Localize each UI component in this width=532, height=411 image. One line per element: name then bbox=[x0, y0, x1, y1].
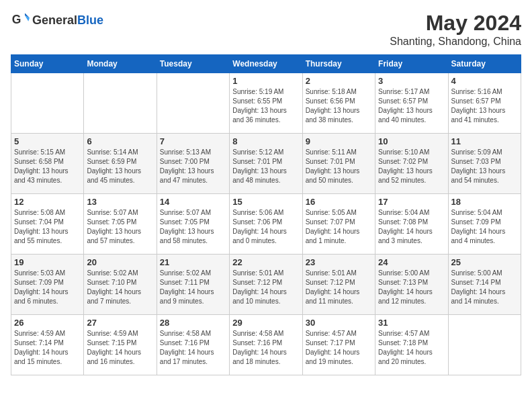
calendar-cell: 16Sunrise: 5:05 AM Sunset: 7:07 PM Dayli… bbox=[302, 194, 375, 255]
day-number: 4 bbox=[451, 76, 518, 86]
day-detail: Sunrise: 5:05 AM Sunset: 7:07 PM Dayligh… bbox=[306, 208, 372, 246]
day-number: 8 bbox=[232, 136, 299, 146]
calendar-week-row: 26Sunrise: 4:59 AM Sunset: 7:14 PM Dayli… bbox=[11, 315, 521, 375]
calendar-week-row: 5Sunrise: 5:15 AM Sunset: 6:58 PM Daylig… bbox=[11, 134, 521, 194]
day-detail: Sunrise: 5:16 AM Sunset: 6:57 PM Dayligh… bbox=[451, 87, 518, 125]
calendar-week-row: 12Sunrise: 5:08 AM Sunset: 7:04 PM Dayli… bbox=[11, 194, 521, 255]
day-detail: Sunrise: 5:18 AM Sunset: 6:56 PM Dayligh… bbox=[306, 87, 372, 125]
calendar-cell: 13Sunrise: 5:07 AM Sunset: 7:05 PM Dayli… bbox=[84, 194, 157, 255]
day-number: 22 bbox=[232, 257, 299, 267]
day-detail: Sunrise: 5:08 AM Sunset: 7:04 PM Dayligh… bbox=[14, 208, 81, 246]
day-detail: Sunrise: 5:07 AM Sunset: 7:05 PM Dayligh… bbox=[87, 208, 153, 246]
calendar-cell: 30Sunrise: 4:57 AM Sunset: 7:17 PM Dayli… bbox=[302, 315, 375, 375]
day-number: 19 bbox=[14, 257, 81, 267]
day-detail: Sunrise: 5:00 AM Sunset: 7:13 PM Dayligh… bbox=[378, 269, 445, 306]
calendar-cell: 14Sunrise: 5:07 AM Sunset: 7:05 PM Dayli… bbox=[157, 194, 229, 255]
day-number: 6 bbox=[87, 136, 153, 146]
day-detail: Sunrise: 5:17 AM Sunset: 6:57 PM Dayligh… bbox=[378, 87, 445, 125]
day-detail: Sunrise: 5:19 AM Sunset: 6:55 PM Dayligh… bbox=[232, 87, 299, 125]
day-of-week-header: Sunday bbox=[11, 55, 84, 73]
day-number: 16 bbox=[306, 197, 372, 207]
day-detail: Sunrise: 4:58 AM Sunset: 7:16 PM Dayligh… bbox=[160, 329, 226, 367]
day-of-week-header: Saturday bbox=[448, 55, 521, 73]
day-detail: Sunrise: 5:00 AM Sunset: 7:14 PM Dayligh… bbox=[451, 269, 518, 306]
day-number: 20 bbox=[87, 257, 153, 267]
calendar-cell: 20Sunrise: 5:02 AM Sunset: 7:10 PM Dayli… bbox=[84, 255, 157, 315]
day-detail: Sunrise: 5:07 AM Sunset: 7:05 PM Dayligh… bbox=[160, 208, 226, 246]
calendar-cell: 11Sunrise: 5:09 AM Sunset: 7:03 PM Dayli… bbox=[448, 134, 521, 194]
day-number: 26 bbox=[14, 318, 81, 328]
calendar-cell: 9Sunrise: 5:11 AM Sunset: 7:01 PM Daylig… bbox=[302, 134, 375, 194]
day-number: 13 bbox=[87, 197, 153, 207]
day-number: 3 bbox=[378, 76, 445, 86]
logo-icon: G bbox=[11, 11, 30, 30]
calendar-cell: 23Sunrise: 5:01 AM Sunset: 7:12 PM Dayli… bbox=[302, 255, 375, 315]
day-detail: Sunrise: 5:09 AM Sunset: 7:03 PM Dayligh… bbox=[451, 148, 518, 185]
logo: G GeneralBlue bbox=[11, 11, 103, 30]
day-detail: Sunrise: 5:01 AM Sunset: 7:12 PM Dayligh… bbox=[306, 269, 372, 306]
day-of-week-header: Tuesday bbox=[157, 55, 229, 73]
day-number: 31 bbox=[378, 318, 445, 328]
calendar-cell: 31Sunrise: 4:57 AM Sunset: 7:18 PM Dayli… bbox=[375, 315, 448, 375]
day-detail: Sunrise: 5:11 AM Sunset: 7:01 PM Dayligh… bbox=[306, 148, 372, 185]
month-title: May 2024 bbox=[390, 11, 521, 36]
day-number: 11 bbox=[451, 136, 518, 146]
day-detail: Sunrise: 4:59 AM Sunset: 7:15 PM Dayligh… bbox=[87, 329, 153, 367]
day-of-week-header: Wednesday bbox=[230, 55, 302, 73]
calendar-week-row: 19Sunrise: 5:03 AM Sunset: 7:09 PM Dayli… bbox=[11, 255, 521, 315]
calendar-cell: 25Sunrise: 5:00 AM Sunset: 7:14 PM Dayli… bbox=[448, 255, 521, 315]
day-detail: Sunrise: 5:03 AM Sunset: 7:09 PM Dayligh… bbox=[14, 269, 81, 306]
day-detail: Sunrise: 5:04 AM Sunset: 7:08 PM Dayligh… bbox=[378, 208, 445, 246]
calendar-cell: 19Sunrise: 5:03 AM Sunset: 7:09 PM Dayli… bbox=[11, 255, 84, 315]
day-number: 14 bbox=[160, 197, 226, 207]
page-header: G GeneralBlue May 2024 Shanting, Shandon… bbox=[11, 11, 521, 48]
calendar-cell bbox=[448, 315, 521, 375]
day-detail: Sunrise: 5:02 AM Sunset: 7:11 PM Dayligh… bbox=[160, 269, 226, 306]
day-detail: Sunrise: 5:12 AM Sunset: 7:01 PM Dayligh… bbox=[232, 148, 299, 185]
day-detail: Sunrise: 4:58 AM Sunset: 7:16 PM Dayligh… bbox=[232, 329, 299, 367]
calendar-week-row: 1Sunrise: 5:19 AM Sunset: 6:55 PM Daylig… bbox=[11, 73, 521, 134]
calendar-cell: 4Sunrise: 5:16 AM Sunset: 6:57 PM Daylig… bbox=[448, 73, 521, 134]
calendar-header: SundayMondayTuesdayWednesdayThursdayFrid… bbox=[11, 55, 521, 73]
day-detail: Sunrise: 5:01 AM Sunset: 7:12 PM Dayligh… bbox=[232, 269, 299, 306]
calendar-cell: 3Sunrise: 5:17 AM Sunset: 6:57 PM Daylig… bbox=[375, 73, 448, 134]
day-number: 27 bbox=[87, 318, 153, 328]
calendar-cell bbox=[84, 73, 157, 134]
calendar-cell: 2Sunrise: 5:18 AM Sunset: 6:56 PM Daylig… bbox=[302, 73, 375, 134]
calendar-cell: 29Sunrise: 4:58 AM Sunset: 7:16 PM Dayli… bbox=[230, 315, 302, 375]
day-of-week-header: Friday bbox=[375, 55, 448, 73]
title-block: May 2024 Shanting, Shandong, China bbox=[390, 11, 521, 48]
calendar-cell bbox=[157, 73, 229, 134]
day-number: 24 bbox=[378, 257, 445, 267]
day-detail: Sunrise: 4:57 AM Sunset: 7:18 PM Dayligh… bbox=[378, 329, 445, 367]
day-detail: Sunrise: 5:10 AM Sunset: 7:02 PM Dayligh… bbox=[378, 148, 445, 185]
day-of-week-header: Monday bbox=[84, 55, 157, 73]
calendar-cell: 6Sunrise: 5:14 AM Sunset: 6:59 PM Daylig… bbox=[84, 134, 157, 194]
calendar-table: SundayMondayTuesdayWednesdayThursdayFrid… bbox=[11, 54, 521, 375]
day-number: 25 bbox=[451, 257, 518, 267]
calendar-cell: 26Sunrise: 4:59 AM Sunset: 7:14 PM Dayli… bbox=[11, 315, 84, 375]
logo-general-text: GeneralBlue bbox=[32, 13, 103, 28]
calendar-cell: 18Sunrise: 5:04 AM Sunset: 7:09 PM Dayli… bbox=[448, 194, 521, 255]
day-number: 30 bbox=[306, 318, 372, 328]
day-detail: Sunrise: 5:02 AM Sunset: 7:10 PM Dayligh… bbox=[87, 269, 153, 306]
day-number: 5 bbox=[14, 136, 81, 146]
day-number: 28 bbox=[160, 318, 226, 328]
svg-text:G: G bbox=[12, 13, 21, 26]
day-number: 23 bbox=[306, 257, 372, 267]
day-detail: Sunrise: 5:14 AM Sunset: 6:59 PM Dayligh… bbox=[87, 148, 153, 185]
calendar-cell: 8Sunrise: 5:12 AM Sunset: 7:01 PM Daylig… bbox=[230, 134, 302, 194]
logo-blue: Blue bbox=[77, 13, 103, 27]
day-number: 15 bbox=[232, 197, 299, 207]
calendar-cell: 28Sunrise: 4:58 AM Sunset: 7:16 PM Dayli… bbox=[157, 315, 229, 375]
day-detail: Sunrise: 5:15 AM Sunset: 6:58 PM Dayligh… bbox=[14, 148, 81, 185]
logo-general: General bbox=[32, 13, 77, 27]
day-detail: Sunrise: 5:13 AM Sunset: 7:00 PM Dayligh… bbox=[160, 148, 226, 185]
day-detail: Sunrise: 5:04 AM Sunset: 7:09 PM Dayligh… bbox=[451, 208, 518, 246]
calendar-cell bbox=[11, 73, 84, 134]
calendar-cell: 24Sunrise: 5:00 AM Sunset: 7:13 PM Dayli… bbox=[375, 255, 448, 315]
calendar-cell: 5Sunrise: 5:15 AM Sunset: 6:58 PM Daylig… bbox=[11, 134, 84, 194]
day-number: 7 bbox=[160, 136, 226, 146]
calendar-cell: 17Sunrise: 5:04 AM Sunset: 7:08 PM Dayli… bbox=[375, 194, 448, 255]
day-detail: Sunrise: 5:06 AM Sunset: 7:06 PM Dayligh… bbox=[232, 208, 299, 246]
